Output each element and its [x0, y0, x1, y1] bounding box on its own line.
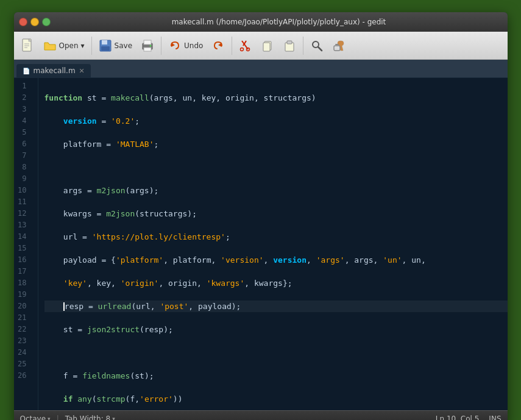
language-status[interactable]: Octave ▾: [20, 415, 51, 421]
svg-rect-24: [335, 44, 339, 45]
cut-icon: [239, 39, 252, 52]
line-num-18: 18: [14, 277, 32, 289]
svg-rect-21: [287, 41, 292, 44]
undo-button[interactable]: Undo: [165, 37, 207, 55]
window-title: makecall.m (/home/Joao/PlotlyAPI/plotly/…: [55, 18, 503, 26]
line-num-5: 5: [14, 127, 32, 138]
line-num-6: 6: [14, 138, 32, 150]
line-num-3: 3: [14, 104, 32, 115]
tools-button[interactable]: [328, 37, 349, 55]
code-line-14: if any(strcmp(f,'error')): [44, 393, 508, 405]
tab-close-button[interactable]: ✕: [79, 67, 85, 75]
line-num-19: 19: [14, 289, 32, 301]
line-num-10: 10: [14, 185, 32, 196]
tab-width-label: Tab Width: 8: [65, 415, 110, 421]
insert-mode: INS: [489, 415, 501, 421]
open-label: Open: [59, 41, 79, 50]
toolbar-separator-1: [91, 37, 92, 55]
line-num-23: 23: [14, 335, 32, 347]
paste-icon: [283, 39, 296, 52]
line-num-12: 12: [14, 208, 32, 219]
close-button[interactable]: [19, 18, 27, 26]
file-tab-icon: 📄: [23, 68, 30, 74]
code-line-12: [44, 347, 508, 358]
line-num-4: 4: [14, 115, 32, 127]
line-num-9: 9: [14, 173, 32, 185]
svg-marker-12: [171, 43, 175, 47]
svg-line-23: [318, 47, 322, 51]
save-button[interactable]: Save: [95, 37, 136, 55]
svg-marker-13: [218, 43, 222, 47]
code-line-4: [44, 162, 508, 173]
svg-point-11: [150, 44, 152, 46]
window-controls: [19, 18, 51, 26]
tab-width-status[interactable]: Tab Width: 8 ▾: [65, 415, 115, 421]
titlebar: makecall.m (/home/Joao/PlotlyAPI/plotly/…: [14, 12, 508, 32]
cut-button[interactable]: [235, 37, 256, 55]
code-line-11: st = json2struct(resp);: [44, 324, 508, 335]
svg-rect-9: [144, 40, 151, 44]
open-icon: [43, 39, 57, 52]
paste-button[interactable]: [279, 37, 300, 55]
cursor-position: Ln 10, Col 5: [436, 415, 480, 421]
redo-icon: [211, 39, 225, 52]
toolbar: Open ▾ Save Undo: [14, 32, 508, 60]
line-num-2: 2: [14, 92, 32, 104]
toolbar-separator-3: [232, 37, 232, 55]
line-num-7: 7: [14, 150, 32, 162]
code-line-2: version = '0.2';: [44, 115, 508, 127]
print-icon: [141, 39, 154, 52]
open-button[interactable]: Open ▾: [40, 37, 88, 55]
undo-icon: [168, 39, 182, 52]
new-button[interactable]: [18, 36, 38, 55]
redo-button[interactable]: [208, 37, 229, 55]
line-num-26: 26: [14, 370, 32, 382]
save-label: Save: [115, 41, 132, 50]
maximize-button[interactable]: [42, 18, 51, 26]
status-right: Ln 10, Col 5 INS: [436, 415, 502, 421]
line-num-22: 22: [14, 324, 32, 335]
line-num-21: 21: [14, 312, 32, 324]
tab-width-dropdown-arrow: ▾: [112, 416, 115, 421]
line-num-14: 14: [14, 231, 32, 243]
code-line-3: platform = 'MATLAB';: [44, 138, 508, 150]
code-editor[interactable]: function st = makecall(args, un, key, or…: [38, 78, 508, 410]
line-num-20: 20: [14, 301, 32, 312]
statusbar: Octave ▾ | Tab Width: 8 ▾ Ln 10, Col 5 I…: [14, 410, 508, 420]
line-num-24: 24: [14, 347, 32, 358]
code-line-8: payload = {'platform', platform, 'versio…: [44, 254, 508, 266]
code-line-5: args = m2json(args);: [44, 185, 508, 196]
search-icon: [310, 39, 324, 52]
copy-icon: [261, 39, 274, 52]
line-num-25: 25: [14, 358, 32, 370]
toolbar-separator-2: [161, 37, 161, 55]
code-line-9: 'key', key, 'origin', origin, 'kwargs', …: [44, 277, 508, 289]
line-num-13: 13: [14, 219, 32, 231]
code-line-13: f = fieldnames(st);: [44, 370, 508, 382]
minimize-button[interactable]: [30, 18, 39, 26]
line-num-11: 11: [14, 196, 32, 208]
main-window: makecall.m (/home/Joao/PlotlyAPI/plotly/…: [14, 12, 508, 420]
file-tab[interactable]: 📄 makecall.m ✕: [16, 64, 91, 77]
language-dropdown-arrow: ▾: [48, 416, 51, 421]
line-num-8: 8: [14, 162, 32, 173]
code-line-7: url = 'https://plot.ly/clientresp';: [44, 231, 508, 243]
editor-area[interactable]: 1 2 3 4 5 6 7 8 9 10 11 12 13 14 15 16 1…: [14, 78, 508, 410]
tools-icon: [332, 39, 346, 52]
code-line-6: kwargs = m2json(structargs);: [44, 208, 508, 219]
language-label: Octave: [20, 415, 46, 421]
line-num-15: 15: [14, 243, 32, 254]
line-numbers: 1 2 3 4 5 6 7 8 9 10 11 12 13 14 15 16 1…: [14, 78, 38, 410]
svg-rect-7: [101, 46, 110, 51]
status-separator-1: |: [57, 415, 59, 421]
toolbar-separator-4: [303, 37, 303, 55]
tabbar: 📄 makecall.m ✕: [14, 60, 508, 78]
svg-rect-25: [334, 46, 340, 51]
svg-rect-6: [102, 40, 107, 44]
svg-rect-19: [263, 43, 270, 51]
undo-label: Undo: [184, 41, 203, 50]
print-button[interactable]: [137, 37, 158, 55]
copy-button[interactable]: [257, 37, 278, 55]
line-num-17: 17: [14, 266, 32, 277]
find-button[interactable]: [307, 37, 327, 55]
